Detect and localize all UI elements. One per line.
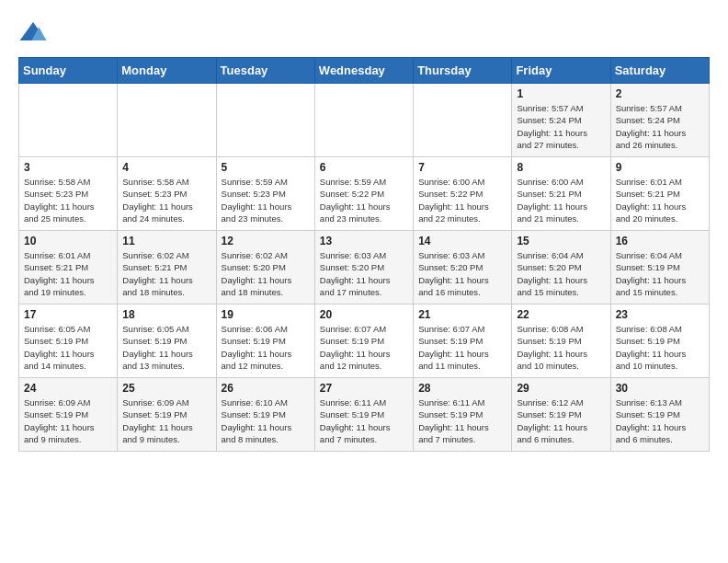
day-info: Sunrise: 6:04 AMSunset: 5:19 PMDaylight:… xyxy=(616,249,704,298)
day-info: Sunrise: 5:59 AMSunset: 5:22 PMDaylight:… xyxy=(320,176,408,224)
page-header xyxy=(18,18,710,48)
calendar-cell: 11Sunrise: 6:02 AMSunset: 5:21 PMDayligh… xyxy=(118,231,216,304)
calendar-cell: 20Sunrise: 6:07 AMSunset: 5:19 PMDayligh… xyxy=(314,304,413,378)
day-info: Sunrise: 6:02 AMSunset: 5:20 PMDaylight:… xyxy=(222,249,310,298)
day-number: 27 xyxy=(320,382,408,395)
calendar-cell xyxy=(414,84,512,157)
day-info: Sunrise: 6:00 AMSunset: 5:22 PMDaylight:… xyxy=(418,176,506,224)
day-info: Sunrise: 6:13 AMSunset: 5:19 PMDaylight:… xyxy=(616,396,704,445)
calendar-cell: 27Sunrise: 6:11 AMSunset: 5:19 PMDayligh… xyxy=(314,378,413,452)
day-number: 21 xyxy=(418,308,506,321)
day-number: 30 xyxy=(616,382,704,395)
day-info: Sunrise: 6:01 AMSunset: 5:21 PMDaylight:… xyxy=(24,249,112,298)
calendar-cell xyxy=(19,84,118,157)
calendar-cell: 28Sunrise: 6:11 AMSunset: 5:19 PMDayligh… xyxy=(414,378,512,452)
day-number: 17 xyxy=(24,308,112,321)
day-number: 14 xyxy=(418,235,506,247)
calendar-cell: 15Sunrise: 6:04 AMSunset: 5:20 PMDayligh… xyxy=(512,231,610,304)
calendar-week-row: 3Sunrise: 5:58 AMSunset: 5:23 PMDaylight… xyxy=(19,157,710,231)
weekday-header-sunday: Sunday xyxy=(19,58,118,84)
day-number: 25 xyxy=(122,382,210,395)
calendar-week-row: 24Sunrise: 6:09 AMSunset: 5:19 PMDayligh… xyxy=(19,378,710,452)
calendar-cell: 9Sunrise: 6:01 AMSunset: 5:21 PMDaylight… xyxy=(610,157,709,231)
calendar-cell: 8Sunrise: 6:00 AMSunset: 5:21 PMDaylight… xyxy=(512,157,610,231)
day-info: Sunrise: 5:58 AMSunset: 5:23 PMDaylight:… xyxy=(24,176,112,224)
day-info: Sunrise: 6:12 AMSunset: 5:19 PMDaylight:… xyxy=(517,396,605,445)
calendar-cell: 29Sunrise: 6:12 AMSunset: 5:19 PMDayligh… xyxy=(512,378,610,452)
calendar-week-row: 10Sunrise: 6:01 AMSunset: 5:21 PMDayligh… xyxy=(19,231,710,304)
calendar-cell: 4Sunrise: 5:58 AMSunset: 5:23 PMDaylight… xyxy=(118,157,216,231)
calendar-cell: 12Sunrise: 6:02 AMSunset: 5:20 PMDayligh… xyxy=(216,231,314,304)
day-info: Sunrise: 6:11 AMSunset: 5:19 PMDaylight:… xyxy=(418,396,506,445)
day-number: 1 xyxy=(517,87,605,100)
logo xyxy=(18,18,51,48)
calendar-cell: 5Sunrise: 5:59 AMSunset: 5:23 PMDaylight… xyxy=(216,157,314,231)
day-info: Sunrise: 6:03 AMSunset: 5:20 PMDaylight:… xyxy=(418,249,506,298)
calendar-cell: 22Sunrise: 6:08 AMSunset: 5:19 PMDayligh… xyxy=(512,304,610,378)
weekday-header-saturday: Saturday xyxy=(610,58,709,84)
weekday-header-thursday: Thursday xyxy=(414,58,512,84)
day-number: 11 xyxy=(122,235,210,247)
day-number: 8 xyxy=(517,161,605,174)
day-number: 22 xyxy=(517,308,605,321)
day-number: 24 xyxy=(24,382,112,395)
calendar-cell: 13Sunrise: 6:03 AMSunset: 5:20 PMDayligh… xyxy=(314,231,413,304)
calendar-cell: 25Sunrise: 6:09 AMSunset: 5:19 PMDayligh… xyxy=(118,378,216,452)
day-number: 9 xyxy=(616,161,704,174)
day-number: 26 xyxy=(222,382,310,395)
calendar-cell: 21Sunrise: 6:07 AMSunset: 5:19 PMDayligh… xyxy=(414,304,512,378)
calendar-cell: 7Sunrise: 6:00 AMSunset: 5:22 PMDaylight… xyxy=(414,157,512,231)
day-number: 20 xyxy=(320,308,408,321)
day-info: Sunrise: 6:05 AMSunset: 5:19 PMDaylight:… xyxy=(122,323,210,372)
day-info: Sunrise: 6:00 AMSunset: 5:21 PMDaylight:… xyxy=(517,176,605,224)
day-number: 19 xyxy=(222,308,310,321)
calendar-cell xyxy=(118,84,216,157)
day-info: Sunrise: 6:06 AMSunset: 5:19 PMDaylight:… xyxy=(222,323,310,372)
calendar-week-row: 17Sunrise: 6:05 AMSunset: 5:19 PMDayligh… xyxy=(19,304,710,378)
day-number: 12 xyxy=(222,235,310,247)
calendar-cell: 18Sunrise: 6:05 AMSunset: 5:19 PMDayligh… xyxy=(118,304,216,378)
day-info: Sunrise: 6:07 AMSunset: 5:19 PMDaylight:… xyxy=(320,323,408,372)
weekday-header-friday: Friday xyxy=(512,58,610,84)
calendar-cell: 10Sunrise: 6:01 AMSunset: 5:21 PMDayligh… xyxy=(19,231,118,304)
day-info: Sunrise: 6:08 AMSunset: 5:19 PMDaylight:… xyxy=(517,323,605,372)
calendar-cell: 24Sunrise: 6:09 AMSunset: 5:19 PMDayligh… xyxy=(19,378,118,452)
day-number: 13 xyxy=(320,235,408,247)
day-info: Sunrise: 6:07 AMSunset: 5:19 PMDaylight:… xyxy=(418,323,506,372)
day-number: 28 xyxy=(418,382,506,395)
day-number: 15 xyxy=(517,235,605,247)
day-info: Sunrise: 5:57 AMSunset: 5:24 PMDaylight:… xyxy=(616,102,704,151)
day-info: Sunrise: 6:09 AMSunset: 5:19 PMDaylight:… xyxy=(24,396,112,445)
day-number: 3 xyxy=(24,161,112,174)
day-info: Sunrise: 5:59 AMSunset: 5:23 PMDaylight:… xyxy=(222,176,310,224)
day-info: Sunrise: 6:11 AMSunset: 5:19 PMDaylight:… xyxy=(320,396,408,445)
logo-icon xyxy=(18,18,48,48)
day-number: 4 xyxy=(122,161,210,174)
day-number: 5 xyxy=(222,161,310,174)
day-number: 23 xyxy=(616,308,704,321)
day-info: Sunrise: 6:01 AMSunset: 5:21 PMDaylight:… xyxy=(616,176,704,224)
day-number: 2 xyxy=(616,87,704,100)
weekday-header-wednesday: Wednesday xyxy=(314,58,413,84)
calendar-cell: 30Sunrise: 6:13 AMSunset: 5:19 PMDayligh… xyxy=(610,378,709,452)
day-number: 7 xyxy=(418,161,506,174)
day-info: Sunrise: 6:10 AMSunset: 5:19 PMDaylight:… xyxy=(222,396,310,445)
calendar-cell: 17Sunrise: 6:05 AMSunset: 5:19 PMDayligh… xyxy=(19,304,118,378)
weekday-header-tuesday: Tuesday xyxy=(216,58,314,84)
weekday-header-row: SundayMondayTuesdayWednesdayThursdayFrid… xyxy=(19,58,710,84)
day-number: 16 xyxy=(616,235,704,247)
day-info: Sunrise: 6:02 AMSunset: 5:21 PMDaylight:… xyxy=(122,249,210,298)
calendar-cell xyxy=(314,84,413,157)
day-number: 6 xyxy=(320,161,408,174)
calendar-week-row: 1Sunrise: 5:57 AMSunset: 5:24 PMDaylight… xyxy=(19,84,710,157)
day-info: Sunrise: 6:03 AMSunset: 5:20 PMDaylight:… xyxy=(320,249,408,298)
day-number: 18 xyxy=(122,308,210,321)
day-info: Sunrise: 6:05 AMSunset: 5:19 PMDaylight:… xyxy=(24,323,112,372)
calendar-table: SundayMondayTuesdayWednesdayThursdayFrid… xyxy=(18,57,710,452)
day-number: 10 xyxy=(24,235,112,247)
day-info: Sunrise: 5:57 AMSunset: 5:24 PMDaylight:… xyxy=(517,102,605,151)
day-info: Sunrise: 6:08 AMSunset: 5:19 PMDaylight:… xyxy=(616,323,704,372)
weekday-header-monday: Monday xyxy=(118,58,216,84)
calendar-cell xyxy=(216,84,314,157)
calendar-cell: 6Sunrise: 5:59 AMSunset: 5:22 PMDaylight… xyxy=(314,157,413,231)
